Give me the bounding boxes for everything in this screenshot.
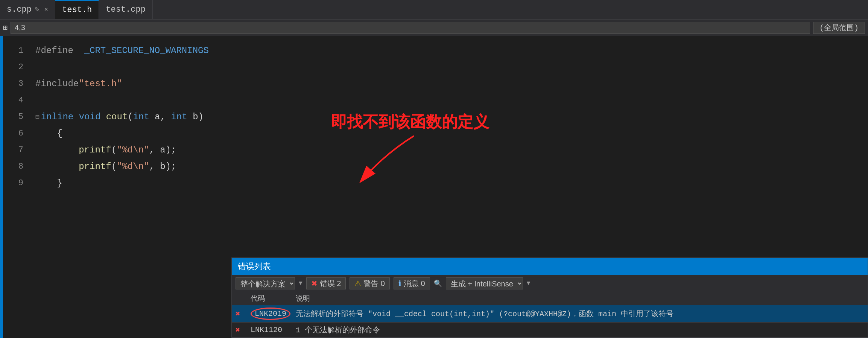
- line-num-9: 9: [3, 175, 29, 191]
- error-panel-toolbar: 整个解决方案 ▼ ✖ 错误 2 ⚠ 警告 0 ℹ 消息 0 🔍 生成 + Int…: [232, 275, 868, 292]
- error-panel: 错误列表 整个解决方案 ▼ ✖ 错误 2 ⚠ 警告 0 ℹ 消息 0 🔍 生成 …: [231, 257, 868, 338]
- scope-display: (全局范围): [813, 22, 865, 34]
- code-line-7: printf ( "%d\n" , a);: [35, 142, 868, 158]
- error-row-2-code: LNK1120: [251, 326, 296, 334]
- error-row-1-desc: 无法解析的外部符号 "void __cdecl cout(int,int)" (…: [296, 309, 864, 319]
- tab-s-cpp-label: s.cpp: [7, 5, 32, 14]
- code-line-8: printf ( "%d\n" , b);: [35, 158, 868, 175]
- code-line-2: [35, 59, 868, 75]
- error-count-label: 错误 2: [320, 279, 341, 289]
- col-header-desc: 说明: [296, 294, 864, 303]
- location-input[interactable]: [11, 22, 810, 34]
- error-row-2-desc: 1 个无法解析的外部命令: [296, 325, 864, 335]
- code-line-9: }: [35, 175, 868, 191]
- error-row-2[interactable]: ✖ LNK1120 1 个无法解析的外部命令: [232, 323, 868, 338]
- line-numbers: 1 2 3 4 5 6 7 8 9: [3, 36, 29, 338]
- line-num-5: 5: [3, 108, 29, 125]
- info-icon: ℹ: [398, 279, 401, 288]
- filter-icon: 🔍: [434, 279, 442, 288]
- tab-s-cpp[interactable]: s.cpp ✎ ×: [0, 0, 55, 19]
- tab-test-cpp[interactable]: test.cpp: [99, 0, 153, 19]
- error-row-1-icon: ✖: [236, 309, 251, 318]
- col-header-icon: [236, 294, 251, 303]
- line-num-6: 6: [3, 125, 29, 142]
- line-num-4: 4: [3, 92, 29, 108]
- build-dropdown-icon: ▼: [527, 280, 531, 287]
- tab-s-cpp-close[interactable]: ×: [44, 6, 48, 14]
- navigate-icon: ⊞: [3, 23, 8, 32]
- warn-count-label: 警告 0: [363, 279, 385, 289]
- editor-area: 1 2 3 4 5 6 7 8 9 #define _CRT_SECURE_NO…: [0, 36, 868, 338]
- warn-icon: ⚠: [354, 279, 361, 288]
- line-num-7: 7: [3, 142, 29, 158]
- left-indicator: [0, 36, 3, 338]
- tab-s-cpp-modified: ✎: [35, 5, 40, 15]
- filter-dropdown-icon: ▼: [299, 280, 303, 287]
- code-line-6: {: [35, 125, 868, 142]
- code-line-1: #define _CRT_SECURE_NO_WARNINGS: [35, 42, 868, 59]
- tab-test-h[interactable]: test.h: [55, 0, 99, 19]
- code-line-5: ⊟ inline void cout ( int a, int b): [35, 108, 868, 125]
- tab-test-cpp-label: test.cpp: [106, 5, 146, 14]
- error-row-2-icon: ✖: [236, 325, 251, 335]
- error-row-1-code: LNK2019: [251, 308, 296, 320]
- filter-select[interactable]: 整个解决方案: [236, 277, 295, 289]
- line-num-8: 8: [3, 158, 29, 175]
- toolbar: ⊞ (全局范围): [0, 20, 868, 36]
- line-num-3: 3: [3, 75, 29, 92]
- error-table-header: 代码 说明: [232, 292, 868, 305]
- build-select[interactable]: 生成 + IntelliSense: [446, 277, 523, 289]
- col-header-code: 代码: [251, 294, 296, 303]
- code-line-4: [35, 92, 868, 108]
- warn-count-btn[interactable]: ⚠ 警告 0: [350, 277, 390, 289]
- code-line-1-text: #define: [35, 46, 84, 56]
- code-line-3: #include"test.h": [35, 75, 868, 92]
- error-panel-header: 错误列表: [232, 258, 868, 275]
- error-count-btn[interactable]: ✖ 错误 2: [306, 277, 346, 289]
- collapse-icon-5[interactable]: ⊟: [35, 113, 40, 121]
- error-row-1[interactable]: ✖ LNK2019 无法解析的外部符号 "void __cdecl cout(i…: [232, 305, 868, 323]
- info-count-btn[interactable]: ℹ 消息 0: [394, 277, 430, 289]
- error-icon: ✖: [311, 279, 318, 288]
- tab-test-h-label: test.h: [62, 5, 92, 15]
- tab-bar: s.cpp ✎ × test.h test.cpp: [0, 0, 868, 20]
- line-num-2: 2: [3, 59, 29, 75]
- error-highlight: LNK2019: [251, 308, 290, 320]
- info-count-label: 消息 0: [404, 279, 425, 289]
- line-num-1: 1: [3, 42, 29, 59]
- code-line-1-val: _CRT_SECURE_NO_WARNINGS: [84, 46, 209, 56]
